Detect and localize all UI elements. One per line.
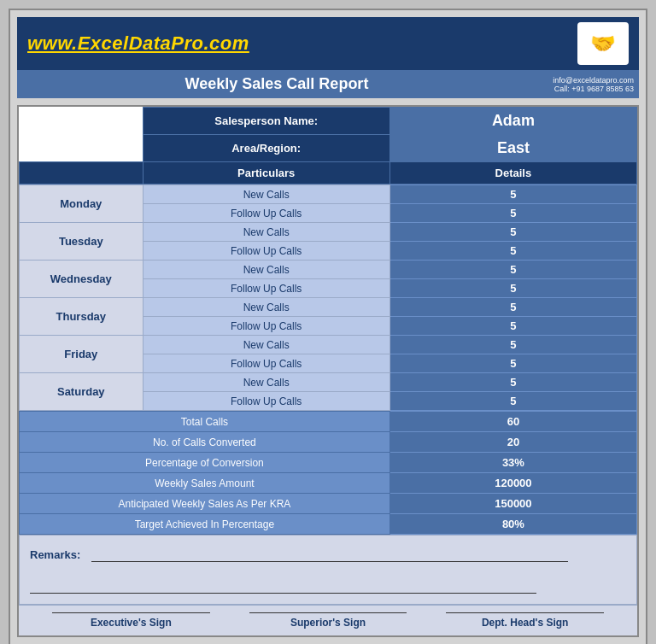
friday-new-row: Friday New Calls 5 (20, 336, 637, 354)
weekly-sales-row: Weekly Sales Amount 120000 (20, 473, 637, 494)
saturday-new-value: 5 (390, 373, 636, 392)
monday-new-row: Monday New Calls 5 (20, 185, 637, 204)
pct-conversion-value: 33% (390, 453, 636, 473)
column-headers-row: Particulars Details (20, 162, 637, 184)
salesperson-value: Adam (390, 108, 636, 135)
saturday-new-label: New Calls (143, 373, 390, 392)
friday-new-label: New Calls (143, 336, 390, 354)
superior-sign-line (249, 612, 407, 613)
main-table-wrapper: Salesperson Name: Adam Area/Region: East… (17, 105, 639, 637)
days-table: Monday New Calls 5 Follow Up Calls 5 Tue… (19, 184, 637, 411)
pct-conversion-label: Percentage of Conversion (20, 453, 390, 473)
wednesday-label: Wednesday (20, 261, 144, 298)
monday-new-label: New Calls (143, 185, 390, 204)
tuesday-new-row: Tuesday New Calls 5 (20, 223, 637, 242)
monday-new-value: 5 (390, 185, 636, 204)
area-row: Area/Region: East (20, 135, 637, 162)
header-subtitle-bar: Weekly Sales Call Report info@exceldatap… (17, 70, 639, 98)
report-table: Salesperson Name: Adam Area/Region: East… (19, 107, 637, 184)
salesperson-label: Salesperson Name: (143, 108, 390, 135)
executive-sign: Executive's Sign (32, 612, 230, 629)
saturday-follow-value: 5 (390, 392, 636, 411)
target-pct-row: Target Achieved In Percentage 80% (20, 514, 637, 535)
calls-converted-value: 20 (390, 432, 636, 453)
anticipated-value: 150000 (390, 494, 636, 514)
saturday-new-row: Saturday New Calls 5 (20, 373, 637, 392)
calls-converted-row: No. of Calls Converted 20 (20, 432, 637, 453)
friday-new-value: 5 (390, 336, 636, 354)
tuesday-new-label: New Calls (143, 223, 390, 242)
saturday-follow-label: Follow Up Calls (143, 392, 390, 411)
saturday-label: Saturday (20, 373, 144, 411)
header-top: www.ExcelDataPro.com 🤝 (17, 17, 639, 70)
contact-info: info@exceldatapro.com Call: +91 9687 858… (531, 76, 634, 93)
weekly-sales-value: 120000 (390, 473, 636, 494)
remarks-section: Remarks: (19, 535, 637, 605)
tuesday-follow-label: Follow Up Calls (143, 242, 390, 261)
friday-follow-value: 5 (390, 354, 636, 373)
thursday-label: Thursday (20, 298, 144, 336)
anticipated-row: Anticipated Weekly Sales As Per KRA 1500… (20, 494, 637, 514)
monday-follow-label: Follow Up Calls (143, 204, 390, 223)
summary-table: Total Calls 60 No. of Calls Converted 20… (19, 411, 637, 535)
monday-follow-value: 5 (390, 204, 636, 223)
weekly-sales-label: Weekly Sales Amount (20, 473, 390, 494)
friday-label: Friday (20, 336, 144, 373)
pct-conversion-row: Percentage of Conversion 33% (20, 453, 637, 473)
logo: 🤝 (577, 22, 629, 65)
wednesday-follow-value: 5 (390, 279, 636, 298)
total-calls-value: 60 (390, 412, 636, 432)
superior-sign-label: Superior's Sign (290, 617, 366, 629)
col-header-particulars: Particulars (143, 162, 390, 184)
total-calls-row: Total Calls 60 (20, 412, 637, 432)
executive-sign-label: Executive's Sign (91, 617, 172, 629)
thursday-new-label: New Calls (143, 298, 390, 317)
dept-head-sign-line (446, 612, 604, 613)
remarks-line-2 (30, 577, 536, 594)
contact-email: info@exceldatapro.com (531, 76, 634, 85)
col-header-details: Details (390, 162, 636, 184)
tuesday-follow-value: 5 (390, 242, 636, 261)
dept-head-sign-label: Dept. Head's Sign (482, 617, 569, 629)
tuesday-label: Tuesday (20, 223, 144, 261)
remarks-label: Remarks: (30, 548, 80, 561)
report-title: Weekly Sales Call Report (22, 75, 531, 93)
target-pct-value: 80% (390, 514, 636, 535)
thursday-follow-label: Follow Up Calls (143, 317, 390, 336)
wednesday-follow-label: Follow Up Calls (143, 279, 390, 298)
wednesday-new-label: New Calls (143, 261, 390, 279)
report-container: www.ExcelDataPro.com 🤝 Weekly Sales Call… (9, 9, 647, 644)
calls-converted-label: No. of Calls Converted (20, 432, 390, 453)
dept-head-sign: Dept. Head's Sign (426, 612, 624, 629)
executive-sign-line (52, 612, 210, 613)
superior-sign: Superior's Sign (230, 612, 427, 629)
signature-row: Executive's Sign Superior's Sign Dept. H… (19, 605, 637, 635)
thursday-follow-value: 5 (390, 317, 636, 336)
thursday-new-row: Thursday New Calls 5 (20, 298, 637, 317)
remarks-input[interactable] (91, 546, 568, 562)
friday-follow-label: Follow Up Calls (143, 354, 390, 373)
salesperson-row: Salesperson Name: Adam (20, 108, 637, 135)
area-value: East (390, 135, 636, 162)
wednesday-new-row: Wednesday New Calls 5 (20, 261, 637, 279)
website-link[interactable]: www.ExcelDataPro.com (27, 32, 249, 55)
thursday-new-value: 5 (390, 298, 636, 317)
area-label: Area/Region: (143, 135, 390, 162)
tuesday-new-value: 5 (390, 223, 636, 242)
contact-phone: Call: +91 9687 8585 63 (531, 85, 634, 93)
wednesday-new-value: 5 (390, 261, 636, 279)
total-calls-label: Total Calls (20, 412, 390, 432)
target-pct-label: Target Achieved In Percentage (20, 514, 390, 535)
anticipated-label: Anticipated Weekly Sales As Per KRA (20, 494, 390, 514)
monday-label: Monday (20, 185, 144, 223)
